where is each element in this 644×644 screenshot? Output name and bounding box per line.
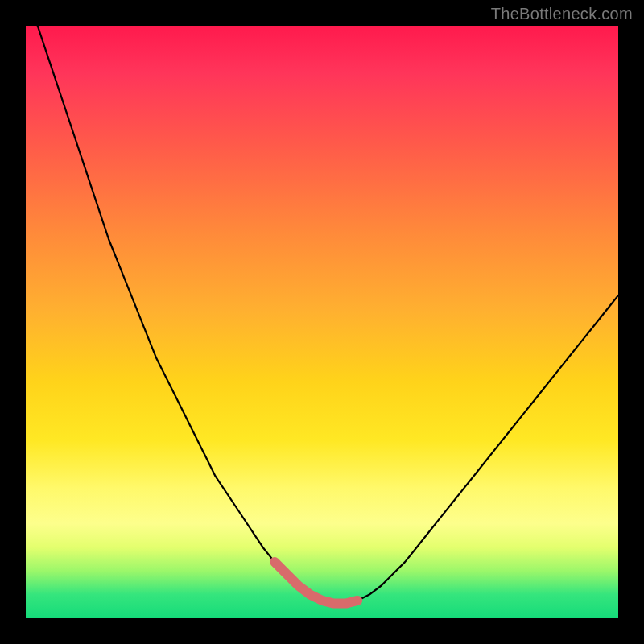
highlight-segment bbox=[275, 562, 357, 604]
chart-frame: TheBottleneck.com bbox=[0, 0, 644, 644]
watermark-text: TheBottleneck.com bbox=[491, 5, 633, 23]
chart-svg bbox=[26, 26, 618, 618]
bottleneck-curve bbox=[38, 26, 618, 604]
chart-plot-area bbox=[26, 26, 618, 618]
